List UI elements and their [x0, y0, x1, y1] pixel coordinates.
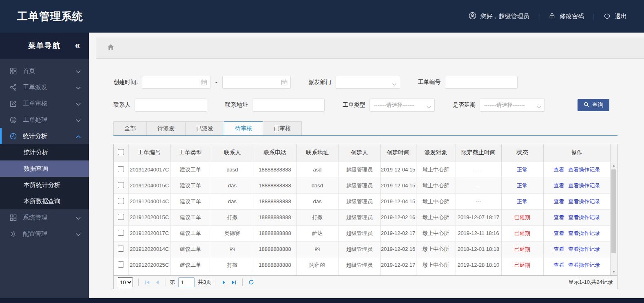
cell-order-type [170, 273, 211, 276]
sidebar-item-label: 工单审核 [23, 100, 47, 108]
row-checkbox[interactable] [118, 198, 124, 204]
chevron-down-icon [537, 104, 541, 110]
refresh-button[interactable] [246, 277, 256, 287]
select-all-checkbox[interactable] [118, 149, 124, 155]
dispatch-dept-group: 派发部门 [309, 76, 400, 89]
user-icon [469, 12, 476, 21]
sidebar-item-home[interactable]: 首页 [0, 63, 89, 79]
submenu-item-local-statistics[interactable]: 本所统计分析 [0, 177, 89, 193]
prev-page-button[interactable] [152, 277, 162, 287]
cell-order-no: 201912040015C [128, 178, 170, 193]
cell-deadline: --- [456, 193, 501, 209]
view-link[interactable]: 查看 [553, 214, 564, 220]
view-log-link[interactable]: 查看操作记录 [568, 167, 600, 173]
scrollbar-header-spacer [610, 144, 617, 162]
calendar-icon[interactable] [200, 79, 208, 88]
cell-order-type: 建议工单 [170, 225, 211, 241]
change-password-link[interactable]: 修改密码 [549, 12, 584, 20]
sidebar-item-label: 首页 [23, 67, 35, 75]
cell-creator: 超级管理员 [339, 209, 380, 225]
cell-operations: 查看查看操作记录 [543, 178, 610, 193]
chevron-down-icon [76, 84, 81, 91]
table-row [114, 273, 610, 276]
contact-input[interactable] [135, 99, 207, 112]
row-checkbox[interactable] [118, 214, 124, 220]
row-checkbox[interactable] [118, 246, 124, 252]
row-checkbox[interactable] [118, 166, 124, 172]
row-checkbox[interactable] [118, 261, 124, 268]
calendar-icon[interactable] [281, 79, 288, 88]
order-type-select[interactable]: -------请选择------- [370, 99, 435, 112]
scrollbar-down-arrow[interactable]: ▼ [611, 268, 617, 275]
tab-pending-dispatch[interactable]: 待派发 [146, 121, 186, 135]
create-time-label: 创建时间: [113, 79, 138, 86]
cell-creator: 超级管理员 [339, 193, 380, 209]
first-page-button[interactable] [142, 277, 152, 287]
scrollbar-up-arrow[interactable]: ▲ [611, 162, 617, 169]
sidebar-item-statistics[interactable]: 统计分析 [0, 128, 89, 144]
view-link[interactable]: 查看 [553, 230, 564, 236]
table-scrollbar[interactable]: ▲ ▼ [610, 162, 617, 275]
submenu-item-data-query[interactable]: 数据查询 [0, 160, 89, 177]
tab-reviewed[interactable]: 已审核 [263, 121, 302, 135]
sidebar-item-process[interactable]: 工单处理 [0, 112, 89, 128]
cell-target: 墩上中心所 [416, 178, 456, 193]
view-log-link[interactable]: 查看操作记录 [568, 246, 600, 252]
tab-dispatched[interactable]: 已派发 [185, 121, 224, 135]
search-button[interactable]: 查询 [578, 99, 609, 111]
next-page-button[interactable] [219, 277, 229, 287]
delay-select[interactable]: -------请选择------- [480, 99, 545, 112]
cell-address [296, 273, 339, 276]
edit-icon [10, 100, 17, 107]
sidebar-item-label: 工单派发 [23, 83, 47, 91]
page-number-input[interactable] [178, 277, 195, 287]
table-row: 201912020014C 建议工单 的 18888888888 的 超级管理员… [114, 241, 610, 257]
row-checkbox[interactable] [118, 182, 124, 188]
cell-deadline: 2019-12-28 18:10 [456, 257, 501, 273]
page-size-select[interactable]: 10 [118, 277, 133, 287]
view-link[interactable]: 查看 [553, 262, 564, 268]
table-row: 201912020015C 建议工单 打撒 18888888888 打撒 超级管… [114, 209, 610, 225]
cell-order-type: 建议工单 [170, 178, 211, 193]
chevron-down-icon [427, 104, 431, 110]
view-link[interactable]: 查看 [553, 246, 564, 252]
cell-checkbox [114, 225, 128, 241]
sidebar-collapse-icon[interactable]: « [75, 41, 81, 50]
last-page-button[interactable] [229, 277, 239, 287]
sidebar-item-review[interactable]: 工单审核 [0, 95, 89, 112]
cell-order-type: 建议工单 [170, 257, 211, 273]
sidebar-item-system[interactable]: 系统管理 [0, 209, 89, 226]
dispatch-dept-select[interactable] [336, 76, 400, 89]
view-log-link[interactable]: 查看操作记录 [568, 198, 600, 204]
cell-target: 墩上中心所 [416, 193, 456, 209]
order-no-input[interactable] [445, 76, 518, 89]
view-log-link[interactable]: 查看操作记录 [568, 230, 600, 236]
chevron-down-icon [76, 68, 81, 75]
view-link[interactable]: 查看 [553, 182, 564, 189]
col-address: 联系地址 [296, 144, 339, 162]
submenu-item-statistics-analysis[interactable]: 统计分析 [0, 144, 89, 160]
cell-contact: 奥德赛 [211, 225, 254, 241]
view-log-link[interactable]: 查看操作记录 [568, 214, 600, 220]
tab-pending-review[interactable]: 待审核 [224, 121, 263, 135]
home-icon[interactable] [107, 43, 115, 53]
address-input[interactable] [252, 99, 325, 112]
view-log-link[interactable]: 查看操作记录 [568, 182, 600, 189]
table-row: 201912020017C 建议工单 奥德赛 18888888888 萨达 超级… [114, 225, 610, 241]
tab-all[interactable]: 全部 [113, 121, 147, 135]
view-link[interactable]: 查看 [553, 198, 564, 204]
view-link[interactable]: 查看 [553, 167, 564, 173]
cell-order-no [128, 273, 170, 276]
view-log-link[interactable]: 查看操作记录 [568, 262, 600, 268]
sidebar-item-dispatch[interactable]: 工单派发 [0, 79, 89, 95]
sidebar-item-config[interactable]: 配置管理 [0, 226, 89, 242]
submenu-item-local-data-query[interactable]: 本所数据查询 [0, 193, 89, 209]
user-greeting[interactable]: 您好，超级管理员 [469, 12, 529, 21]
cell-operations: 查看查看操作记录 [543, 209, 610, 225]
grid-icon [10, 67, 17, 75]
date-range-separator: - [215, 79, 217, 86]
scrollbar-thumb[interactable] [611, 169, 616, 253]
chevron-up-icon [76, 133, 81, 140]
row-checkbox[interactable] [118, 230, 124, 236]
logout-link[interactable]: 退出 [604, 12, 627, 20]
